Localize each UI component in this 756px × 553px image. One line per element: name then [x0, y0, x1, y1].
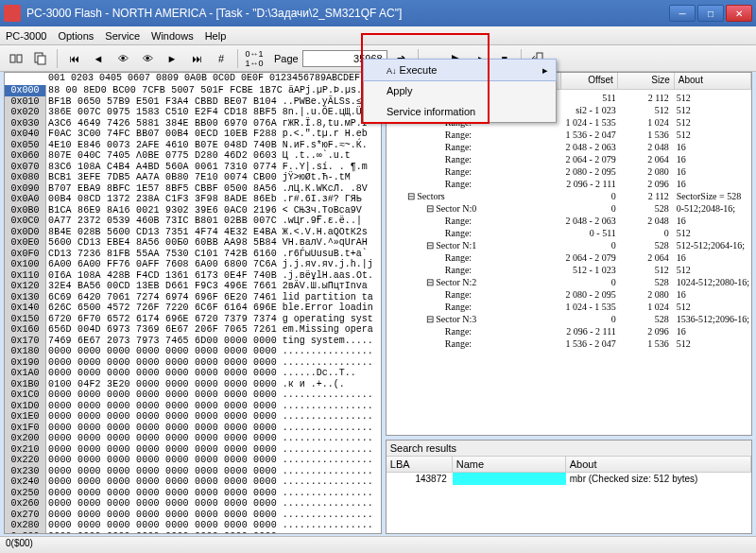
hex-row[interactable]: 0x12032E4 BA56 00CD 13ΕВ D661 F9C3 496E … [5, 281, 381, 292]
hex-row[interactable]: 0x010BF1B 0650 57B9 E501 F3A4 CBBD BE07 … [5, 96, 381, 108]
close-button[interactable]: ✕ [726, 5, 752, 22]
tree-row[interactable]: Range:2 064 - 2 0792 06416 [388, 251, 749, 264]
hex-row[interactable]: 0x1D00000 0000 0000 0000 0000 0000 0000 … [5, 401, 381, 412]
hex-row[interactable]: 0x2000000 0000 0000 0000 0000 0000 0000 … [5, 433, 381, 444]
hex-row[interactable]: 0x07083C6 108A C4B4 A4BD 560A 0061 7310 … [5, 162, 381, 173]
tree-row[interactable]: Range:2 080 - 2 0952 08016 [388, 165, 749, 178]
eye-fwd-icon[interactable]: 👁 [137, 48, 158, 69]
hex-row[interactable]: 0x1100I6А 108А 428B F4CD 1361 6173 0E4F … [5, 270, 381, 282]
statusbar: 0($00) [0, 536, 756, 553]
tree-row[interactable]: Range:2 096 - 2 1112 09616 [388, 178, 749, 190]
tree-row[interactable]: ⊟ Sector N:10528512-512;2064-16; [388, 239, 749, 251]
tree-row[interactable]: Range:1 024 - 1 5351 024512 [388, 301, 749, 313]
tree-row[interactable]: ⊟ Sector N:205281024-512;2080-16; [388, 276, 749, 288]
first-icon[interactable]: ⏮ [63, 48, 84, 69]
minimize-button[interactable]: ─ [669, 5, 696, 22]
tree-row[interactable]: Range:512 - 1 023512512 [388, 264, 749, 276]
hex-row[interactable]: 0x140626C 6500 4572 726F 7220 6C6F 6164 … [5, 302, 381, 314]
hex-row[interactable]: 0x2300000 0000 0000 0000 0000 0000 0000 … [5, 466, 381, 477]
hex-row[interactable]: 0x090B707 EBA9 8BFC 1E57 8BF5 CBBF 0500 … [5, 183, 381, 195]
tree-row[interactable]: Range:0 - 5110512 [388, 227, 749, 239]
tree-row[interactable]: Range:2 048 - 2 0632 04816 [388, 141, 749, 153]
search-panel: Search results LBA Name About 143872 mbr… [386, 440, 752, 534]
hex-row[interactable]: 0x1306C69 6420 7061 7274 6974 696F 6E20 … [5, 292, 381, 303]
menu-pc3000[interactable]: PC-3000 [6, 30, 46, 42]
hex-row[interactable]: 0x030A3C6 4649 7426 5881 384E BB00 6970 … [5, 118, 381, 130]
menu-help[interactable]: Help [205, 30, 227, 42]
hex-row[interactable]: 0x0C00A77 2372 0539 460B 73IC B801 02BB … [5, 216, 381, 227]
svg-rect-0 [10, 55, 15, 62]
tree-row[interactable]: Range:2 080 - 2 0952 08016 [388, 288, 749, 301]
search-row[interactable]: 143872 mbr (Checked size: 512 bytes) [387, 473, 751, 485]
hex-row[interactable]: 0x1E00000 0000 0000 0000 0000 0000 0000 … [5, 411, 381, 423]
next-icon[interactable]: ► [162, 48, 182, 69]
menubar: PC-3000 Options Service Windows Help [0, 26, 756, 45]
menu-execute[interactable]: A↓ Execute▸ [363, 59, 557, 81]
tree-row[interactable]: ⊟ Sector N:005280-512;2048-16; [388, 202, 749, 215]
hex-row[interactable]: 0x0E05600 CD13 EBE4 8A56 00Б0 60ΒΒ AA98 … [5, 237, 381, 249]
hex-row[interactable]: 0x0A000B4 08CD 1372 238A C1F3 3F98 8ΑDE … [5, 194, 381, 205]
hex-row[interactable]: 0x00088 00 8ED0 BC00 7CFB 5007 501F FCBE… [5, 85, 381, 96]
copy-icon[interactable] [30, 48, 51, 69]
grid-icon[interactable]: # [211, 48, 232, 69]
hex-row[interactable]: 0x0504E10 E846 0073 2ΑFE 4610 B07E 048D … [5, 140, 381, 151]
hex-row[interactable]: 0x1800000 0000 0000 0000 0000 0000 0000 … [5, 346, 381, 357]
hex-row[interactable]: 0x2100000 0000 0000 0000 0000 0000 0000 … [5, 444, 381, 456]
menu-options[interactable]: Options [58, 30, 94, 42]
page-label: Page [274, 53, 299, 64]
hex-body[interactable]: 0x00088 00 8ED0 BC00 7CFB 5007 501F FCBE… [5, 85, 381, 533]
hex-header: 001 0203 0405 0607 0809 0A0B 0C0D 0E0F 0… [5, 73, 381, 85]
tree-panel[interactable]: Offset Size About Range:5112 112512Range… [386, 72, 752, 436]
svg-rect-3 [38, 56, 45, 64]
maximize-button[interactable]: □ [697, 5, 724, 22]
binoculars-icon[interactable] [6, 48, 26, 69]
hex-row[interactable]: 0x080BCB1 3EFE 7DB5 ΑΑ7Α 0B80 7E10 0074 … [5, 172, 381, 183]
hex-row[interactable]: 0x1C00000 0000 0000 0000 0000 0000 0000 … [5, 389, 381, 401]
hex-row[interactable]: 0x040F0AC 3C00 74FC BB07 00B4 0ECD 10EB … [5, 129, 381, 140]
hex-row[interactable]: 0x060807E 040C 7405 Λ0ΒΕ 0775 D280 46D2 … [5, 150, 381, 162]
hex-row[interactable]: 0x1707469 6E67 2073 7973 7465 6D00 0000 … [5, 336, 381, 347]
hex-row[interactable]: 0x0D08B4E 028B 5600 CD13 7351 4F74 4E32 … [5, 227, 381, 238]
hex-row[interactable]: 0x1506720 6F70 6572 6174 696E 6720 7379 … [5, 314, 381, 325]
hex-row[interactable]: 0x2600000 0000 0000 0000 0000 0000 0000 … [5, 498, 381, 510]
titlebar: PC-3000 Flash - NORTH AMERICA - [Task - … [0, 0, 756, 26]
hex-panel: 001 0203 0405 0607 0809 0A0B 0C0D 0E0F 0… [4, 72, 382, 534]
app-icon [4, 5, 21, 22]
menu-apply[interactable]: Apply [364, 80, 556, 101]
tree-row[interactable]: ⊟ Sectors02 112SectorSize = 528 [388, 190, 749, 202]
hex-row[interactable]: 0x2400000 0000 0000 0000 0000 0000 0000 … [5, 476, 381, 488]
hex-row[interactable]: 0x1006A00 6A00 FF76 0ΑFF 7608 6A00 6800 … [5, 259, 381, 270]
hex-row[interactable]: 0x0B0B1CA 86E9 8A16 0021 9302 39Е6 0ΑC0 … [5, 205, 381, 216]
swap01-icon[interactable]: 0↔11↔0 [244, 48, 265, 69]
hex-row[interactable]: 0x020386E 007C 0975 1583 C510 E2F4 CD18 … [5, 107, 381, 118]
hex-row[interactable]: 0x1900000 0000 0000 0000 0000 0000 0000 … [5, 357, 381, 369]
hex-row[interactable]: 0x1B00100 04F2 3E20 0000 0000 0000 0000 … [5, 379, 381, 390]
tree-row[interactable]: Range:1 536 - 2 0471 536512 [388, 129, 749, 141]
hex-row[interactable]: 0x0F0CD13 7236 81FB 55AA 7530 C101 742B … [5, 249, 381, 260]
tree-row[interactable]: Range:1 536 - 2 0471 536512 [388, 337, 749, 350]
tree-row[interactable]: Range:2 064 - 2 0792 06416 [388, 153, 749, 165]
menu-service-info[interactable]: Service information [364, 101, 556, 122]
search-header: LBA Name About [387, 457, 751, 473]
search-title: Search results [387, 441, 751, 457]
svg-rect-1 [17, 55, 22, 62]
hex-row[interactable]: 0x160656D 004D 6973 7369 6E67 206F 7065 … [5, 324, 381, 336]
hex-row[interactable]: 0x2500000 0000 0000 0000 0000 0000 0000 … [5, 488, 381, 499]
eye-back-icon[interactable]: 👁 [112, 48, 133, 69]
context-menu: A↓ Execute▸ Apply Service information [363, 59, 557, 123]
hex-row[interactable]: 0x2700000 0000 0000 0000 0000 0000 0000 … [5, 510, 381, 521]
tree-row[interactable]: Range:2 096 - 2 1112 09616 [388, 325, 749, 337]
hex-row[interactable]: 0x2800000 0000 0000 0000 0000 0000 0000 … [5, 520, 381, 531]
hex-row[interactable]: 0x1A00000 0000 0000 0000 0000 0000 0000 … [5, 368, 381, 379]
hex-row[interactable]: 0x1F00000 0000 0000 0000 0000 0000 0000 … [5, 423, 381, 434]
menu-service[interactable]: Service [105, 30, 140, 42]
window-title: PC-3000 Flash - NORTH AMERICA - [Task - … [26, 7, 669, 20]
last-icon[interactable]: ⏭ [186, 48, 207, 69]
tree-row[interactable]: ⊟ Sector N:305281536-512;2096-16; [388, 313, 749, 325]
hex-row[interactable]: 0x2900000 0000 0000 0000 0000 0000 0000 … [5, 531, 381, 534]
menu-windows[interactable]: Windows [151, 30, 194, 42]
prev-icon[interactable]: ◄ [88, 48, 109, 69]
hex-row[interactable]: 0x2200000 0000 0000 0000 0000 0000 0000 … [5, 455, 381, 466]
tree-row[interactable]: Range:2 048 - 2 0632 04816 [388, 215, 749, 227]
